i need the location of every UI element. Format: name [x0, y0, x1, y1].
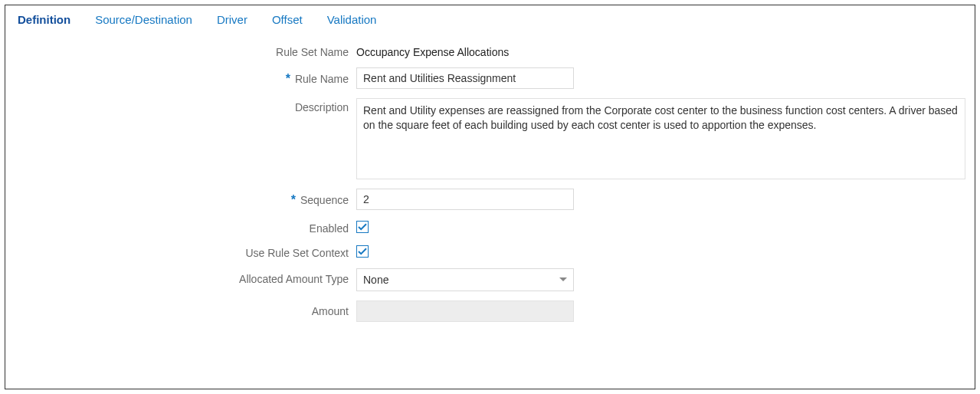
- required-marker-icon: *: [286, 72, 290, 85]
- definition-panel: Definition Source/Destination Driver Off…: [5, 5, 975, 389]
- check-icon: [358, 222, 367, 231]
- label-rule-name: Rule Name: [295, 73, 349, 85]
- row-amount: Amount: [18, 300, 962, 322]
- allocated-amount-type-select[interactable]: None: [356, 268, 574, 291]
- label-enabled: Enabled: [18, 219, 356, 235]
- row-sequence: *Sequence: [18, 189, 962, 210]
- tab-driver[interactable]: Driver: [217, 11, 247, 28]
- row-use-rule-set-context: Use Rule Set Context: [18, 244, 962, 259]
- label-amount: Amount: [18, 300, 356, 317]
- description-textarea[interactable]: [356, 98, 965, 179]
- label-allocated-amount-type: Allocated Amount Type: [18, 268, 356, 285]
- tab-validation[interactable]: Validation: [327, 11, 377, 28]
- row-allocated-amount-type: Allocated Amount Type None: [18, 268, 962, 291]
- rule-name-input[interactable]: [356, 67, 574, 89]
- row-enabled: Enabled: [18, 219, 962, 235]
- tab-definition[interactable]: Definition: [18, 11, 70, 28]
- enabled-checkbox[interactable]: [356, 221, 369, 233]
- chevron-down-icon: [559, 277, 567, 282]
- value-rule-set-name: Occupancy Expense Allocations: [356, 43, 509, 58]
- sequence-input[interactable]: [356, 189, 574, 210]
- allocated-amount-type-value: None: [363, 274, 388, 286]
- row-rule-set-name: Rule Set Name Occupancy Expense Allocati…: [18, 43, 962, 58]
- tab-offset[interactable]: Offset: [272, 11, 303, 28]
- use-rule-set-context-checkbox[interactable]: [356, 245, 369, 258]
- form: Rule Set Name Occupancy Expense Allocati…: [18, 43, 962, 322]
- label-rule-set-name: Rule Set Name: [18, 43, 356, 58]
- label-description: Description: [18, 98, 356, 113]
- tab-source-destination[interactable]: Source/Destination: [95, 11, 192, 28]
- required-marker-icon: *: [291, 193, 296, 206]
- label-use-rule-set-context: Use Rule Set Context: [18, 244, 356, 259]
- check-icon: [358, 247, 367, 256]
- amount-input: [356, 300, 574, 322]
- label-sequence: Sequence: [300, 194, 349, 206]
- row-description: Description: [18, 98, 962, 179]
- row-rule-name: *Rule Name: [18, 67, 962, 89]
- tab-bar: Definition Source/Destination Driver Off…: [18, 11, 962, 34]
